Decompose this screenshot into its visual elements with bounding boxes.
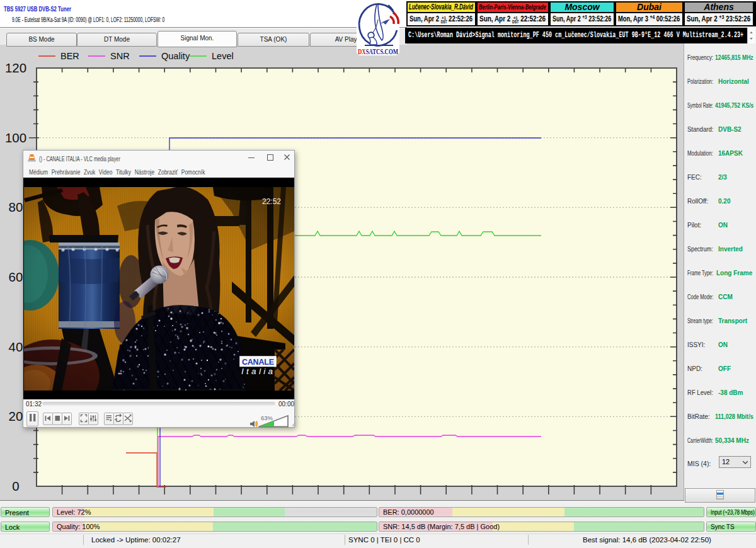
svg-text:Quality: Quality — [161, 51, 190, 61]
svg-text:BER: BER — [60, 51, 79, 61]
svg-text:SNR: SNR — [110, 51, 130, 61]
svg-text:22:52: 22:52 — [262, 197, 281, 206]
svg-text:120: 120 — [5, 60, 26, 75]
svg-text:40: 40 — [9, 340, 23, 354]
svg-text:DXSATCS.COM: DXSATCS.COM — [358, 47, 398, 56]
svg-text:20: 20 — [9, 409, 23, 423]
svg-text:0: 0 — [12, 479, 19, 493]
svg-text:Level: Level — [212, 51, 234, 61]
svg-text:CANALE: CANALE — [242, 358, 274, 367]
svg-text:80: 80 — [9, 200, 23, 214]
svg-text:60: 60 — [9, 270, 23, 284]
svg-text:100: 100 — [5, 130, 26, 145]
